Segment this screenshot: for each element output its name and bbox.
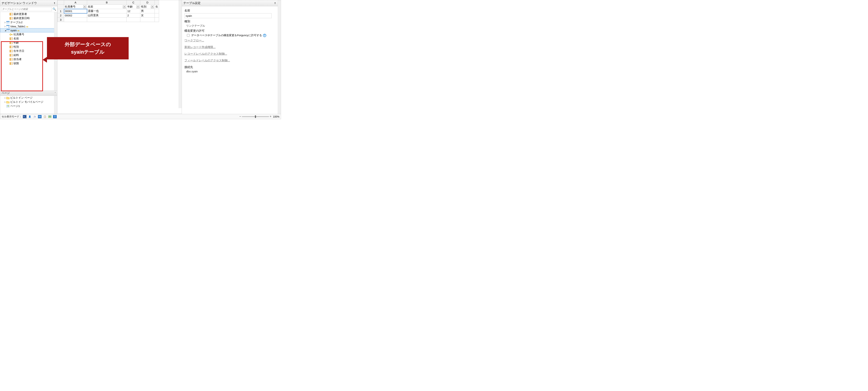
tree-item-label: View_Table1 [10, 25, 26, 28]
column-header-D[interactable]: D [140, 0, 155, 5]
folder-icon [6, 96, 9, 99]
tree-item-label: 社員番号 [13, 33, 24, 36]
zoom-in-button[interactable]: + [270, 115, 272, 118]
mode-table-icon[interactable] [48, 115, 52, 118]
mode-terminal-icon[interactable]: >_ [23, 115, 26, 118]
tree-item[interactable]: 社員番号 [0, 32, 57, 36]
grid-cell[interactable]: 12 [127, 9, 140, 13]
conn-value: dbo.syain [184, 70, 275, 73]
mode-list-icon[interactable]: ☰ [53, 115, 57, 118]
column-header-A[interactable]: A [64, 0, 87, 5]
new-record-perm-link[interactable]: 新規レコード作成権限... [184, 46, 216, 49]
column-header-C[interactable]: C [127, 0, 140, 5]
pages-scrollbar[interactable] [54, 96, 57, 114]
name-label: 名前 [184, 9, 275, 12]
page-icon [6, 105, 9, 108]
field-icon [9, 50, 13, 53]
table-name-input[interactable] [184, 13, 272, 18]
nav-search-input[interactable] [1, 7, 52, 11]
tree-item[interactable]: ◢syain [0, 28, 57, 32]
field-icon [9, 17, 13, 20]
mode-ab-icon[interactable]: ab| [38, 115, 41, 118]
grid-vscrollbar[interactable] [179, 0, 182, 108]
struct-label: 構造変更の許可 [184, 29, 275, 33]
svg-point-25 [18, 30, 19, 31]
grid-cell[interactable]: 00002 [64, 13, 87, 18]
expand-icon[interactable]: ▷ [4, 25, 6, 27]
chevron-up-icon[interactable]: ˄ [55, 92, 56, 94]
settings-panel-title: テーブル設定 [183, 1, 274, 5]
pages-section-header[interactable]: ページ ˄ [0, 91, 57, 96]
column-header-B[interactable]: B [87, 0, 127, 5]
svg-rect-66 [275, 3, 275, 4]
select-all-corner[interactable] [58, 0, 64, 5]
grid-cell[interactable]: 00001 [64, 9, 87, 13]
record-level-link[interactable]: レコードレベルのアクセス制御... [184, 52, 227, 56]
page-tree-item[interactable]: ▷ビルトイン モバイルページ [0, 100, 57, 104]
tree-item-label: syain [10, 29, 17, 32]
expand-icon[interactable]: ▷ [4, 97, 6, 99]
tree-item-label: 性別 [13, 45, 19, 49]
grid-cell[interactable]: 斎藤一也 [87, 9, 127, 13]
field-header[interactable]: 名前▼ [87, 5, 127, 9]
filter-dropdown-icon[interactable]: ▼ [123, 5, 126, 8]
filter-dropdown-icon[interactable]: ▼ [83, 5, 86, 8]
expand-icon[interactable]: ▷ [4, 22, 6, 23]
expand-icon[interactable]: ◢ [4, 29, 6, 31]
search-icon[interactable]: 🔍 [53, 7, 56, 11]
field-icon [9, 13, 13, 16]
cell-mode-label: セル表示モード： [2, 115, 22, 118]
pin-icon[interactable] [53, 2, 56, 4]
field-header[interactable]: 年齢▼ [127, 5, 140, 9]
table-icon [6, 29, 10, 32]
tree-item-label: 年齢 [13, 41, 19, 44]
svg-rect-36 [10, 41, 11, 44]
expand-icon[interactable]: ▷ [4, 101, 6, 103]
field-icon [9, 37, 13, 40]
view-icon [6, 25, 9, 28]
allow-struct-checkbox[interactable] [187, 34, 190, 37]
svg-rect-48 [10, 54, 11, 57]
settings-scrollbar[interactable] [278, 0, 281, 119]
field-header[interactable]: 性別▼ [140, 5, 155, 9]
mode-person-icon[interactable]: 👤 [28, 115, 31, 118]
field-icon [9, 62, 13, 65]
filter-dropdown-icon[interactable]: ▼ [151, 5, 154, 8]
tree-item[interactable]: 最終更新者 [0, 12, 57, 16]
grid-cell[interactable]: 山田里美 [87, 13, 127, 18]
tree-item-label: テーブル2 [10, 21, 23, 24]
tree-item-label: 担当者 [13, 58, 22, 61]
pages-tree[interactable]: ▷ビルトイン ページ▷ビルトイン モバイルページページ1 [0, 96, 57, 114]
field-header[interactable]: 社員番号▼ [64, 5, 87, 9]
mode-fx-icon[interactable]: ƒx [33, 115, 36, 118]
svg-rect-15 [6, 25, 9, 26]
workflow-link[interactable]: ワークフロー... [184, 39, 204, 42]
page-item-label: ビルトイン ページ [10, 96, 33, 99]
tree-item[interactable]: 最終更新日時 [0, 16, 57, 20]
mode-calendar-icon[interactable]: 📋 [43, 115, 46, 118]
page-tree-item[interactable]: ページ1 [0, 104, 57, 108]
page-tree-item[interactable]: ▷ビルトイン ページ [0, 96, 57, 100]
pin-icon[interactable] [274, 2, 276, 4]
svg-rect-40 [10, 46, 11, 48]
key-icon [26, 25, 28, 28]
filter-dropdown-icon[interactable]: ▼ [136, 5, 140, 8]
zoom-slider[interactable] [242, 116, 269, 117]
grid-cell[interactable]: 女 [140, 13, 155, 18]
grid-cell[interactable]: 2 [127, 13, 140, 18]
tree-item-label: 給料 [13, 54, 19, 57]
tree-item[interactable]: ▷テーブル2 [0, 20, 57, 25]
status-bar: セル表示モード： >_ 👤 ƒx ab| 📋 ☰ − + 100% [0, 114, 281, 119]
tree-item[interactable]: 状態 [0, 61, 57, 65]
grid-cell[interactable]: 男 [140, 9, 155, 13]
tree-item[interactable]: ▷View_Table1 [0, 25, 57, 28]
svg-rect-7 [10, 17, 11, 20]
table-row: 3 [58, 18, 159, 22]
svg-rect-3 [10, 13, 11, 16]
help-icon[interactable]: ? [263, 34, 266, 37]
data-grid[interactable]: A B C D 社員番号▼ 名前▼ 年齢▼ 性別▼ 生 1 00001 [57, 0, 159, 22]
field-level-link[interactable]: フィールドレベルのアクセス制御... [184, 59, 230, 62]
zoom-out-button[interactable]: − [239, 115, 241, 118]
field-icon [9, 46, 13, 49]
tree-item-label: 生年月日 [13, 49, 24, 53]
